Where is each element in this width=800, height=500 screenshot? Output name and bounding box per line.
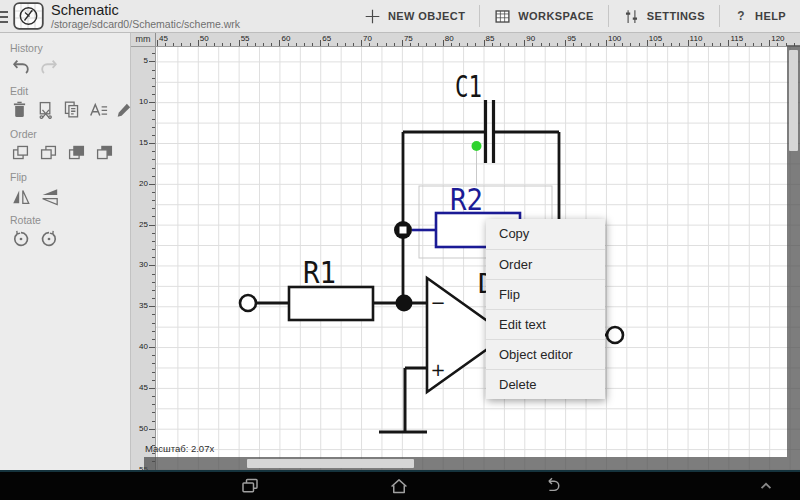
tool-redo-button[interactable] [38, 56, 59, 77]
ruler-tick [630, 43, 631, 46]
ruler-tick [152, 404, 155, 405]
menu-item-copy[interactable]: Copy [486, 219, 605, 249]
ruler-tick [279, 40, 280, 46]
ruler-tick [435, 43, 436, 46]
menu-item-edit-text[interactable]: Edit text [486, 309, 605, 339]
app-logo-icon[interactable] [13, 2, 44, 30]
opamp-plus-label: + [430, 359, 445, 380]
ruler-tick [606, 40, 607, 46]
ruler-tick [152, 396, 155, 397]
edit-text-icon [88, 100, 108, 120]
ruler-tick [524, 40, 525, 46]
section-label-order: Order [10, 128, 130, 140]
help-button[interactable]: ?HELP [720, 0, 800, 32]
ruler-tick-label: 60 [281, 34, 290, 43]
tool-delete-button[interactable] [10, 99, 29, 120]
ruler-tick-label: 120 [771, 34, 784, 43]
ruler-tick [173, 43, 174, 46]
ruler-tick [590, 43, 591, 46]
horizontal-scrollbar-handle[interactable] [247, 459, 414, 468]
horizontal-scrollbar[interactable] [144, 457, 800, 470]
collapse-button[interactable] [758, 478, 774, 494]
ruler-tick [152, 298, 155, 299]
ruler-tick [152, 208, 155, 209]
tool-undo-button[interactable] [10, 56, 31, 77]
settings-button[interactable]: SETTINGS [609, 0, 719, 32]
context-menu: CopyOrderFlipEdit textObject editorDelet… [486, 219, 605, 399]
ruler-tick [459, 43, 460, 46]
ruler-tick [149, 347, 155, 348]
schematic-canvas[interactable]: C1 R2 R1 − [131, 33, 800, 470]
ruler-tick [737, 43, 738, 46]
topbar-button-label: WORKSPACE [518, 10, 594, 22]
tool-rotate-ccw-button[interactable] [10, 228, 31, 249]
home-button[interactable] [389, 476, 410, 497]
ruler-tick [149, 429, 155, 430]
ruler-tick [671, 43, 672, 46]
ruler-tick [152, 70, 155, 71]
ruler-tick [549, 43, 550, 46]
ruler-tick [149, 306, 155, 307]
ruler-tick [152, 331, 155, 332]
resistor-r1[interactable]: R1 [240, 255, 373, 320]
ruler-tick [443, 40, 444, 46]
rotate-handle-dot[interactable] [472, 141, 482, 151]
ruler-tick [152, 127, 155, 128]
ruler-tick [152, 282, 155, 283]
section-label-rotate: Rotate [10, 214, 130, 226]
ruler-tick [152, 159, 155, 160]
ruler-tick [181, 43, 182, 46]
recent-apps-button[interactable] [240, 476, 261, 497]
ruler-tick [557, 43, 558, 46]
tool-copy-button[interactable] [62, 99, 81, 120]
ruler-tick [745, 43, 746, 46]
cut-icon [36, 100, 55, 119]
new-object-button[interactable]: NEW OBJECT [350, 0, 479, 32]
ruler-unit-label: mm [131, 33, 156, 46]
ruler-tick [214, 43, 215, 46]
input-terminal[interactable] [240, 295, 256, 311]
ruler-tick-label: 50 [200, 34, 209, 43]
output-terminal[interactable] [607, 327, 623, 343]
tool-edit-text-button[interactable] [88, 99, 108, 120]
tool-flip-vertical-button[interactable] [38, 185, 59, 206]
copy-icon [62, 100, 81, 119]
ruler-tick [271, 43, 272, 46]
resistor-r1-label: R1 [303, 255, 336, 290]
ruler-tick [149, 225, 155, 226]
tool-bring-to-front-button[interactable] [66, 142, 87, 163]
menu-item-order[interactable]: Order [486, 249, 605, 279]
ruler-tick-label: 40 [139, 342, 148, 351]
ruler-tick [345, 43, 346, 46]
tool-send-backward-button[interactable] [38, 142, 59, 163]
ruler-tick [152, 363, 155, 364]
menu-item-object-editor[interactable]: Object editor [486, 339, 605, 369]
ruler-tick [152, 241, 155, 242]
tool-bring-forward-button[interactable] [10, 142, 31, 163]
ruler-tick [467, 43, 468, 46]
ruler-tick [149, 265, 155, 266]
schematic-drawing: C1 R2 R1 − [131, 33, 800, 470]
ruler-tick [157, 40, 158, 46]
workspace-grid-icon [494, 8, 511, 25]
ruler-tick [152, 135, 155, 136]
menu-item-delete[interactable]: Delete [486, 369, 605, 399]
menu-handle-icon[interactable] [0, 0, 11, 33]
back-button[interactable] [542, 476, 563, 497]
tool-send-to-back-button[interactable] [94, 142, 115, 163]
ruler-tick-label: 95 [567, 34, 576, 43]
ruler-tick [704, 43, 705, 46]
vertical-scrollbar[interactable] [787, 45, 800, 457]
ruler-tick [663, 43, 664, 46]
ruler-tick [149, 388, 155, 389]
tool-rotate-cw-button[interactable] [38, 228, 59, 249]
tool-cut-button[interactable] [36, 99, 55, 120]
ruler-tick [688, 40, 689, 46]
ruler-tick-label: 15 [139, 138, 148, 147]
section-label-edit: Edit [10, 85, 130, 97]
ruler-tick [410, 43, 411, 46]
menu-item-flip[interactable]: Flip [486, 279, 605, 309]
workspace-button[interactable]: WORKSPACE [480, 0, 608, 32]
tool-flip-horizontal-button[interactable] [10, 185, 31, 206]
vertical-scrollbar-handle[interactable] [789, 50, 798, 151]
